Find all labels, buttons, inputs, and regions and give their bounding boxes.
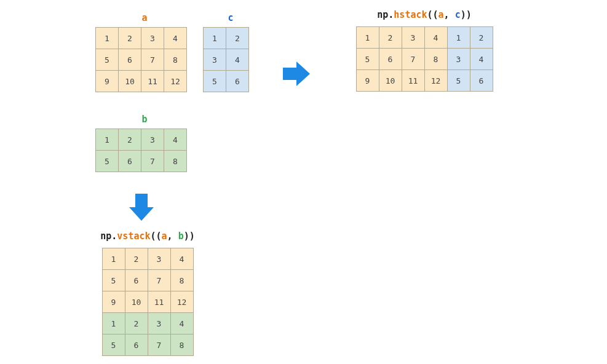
matrix-cell: 7 <box>141 151 164 172</box>
matrix-cell: 10 <box>119 71 141 92</box>
matrix-cell: 1 <box>102 248 125 270</box>
matrix-cell: 10 <box>379 70 402 92</box>
matrix-cell: 6 <box>119 151 141 172</box>
matrix-cell: 12 <box>170 291 193 313</box>
array-c-label: c <box>203 12 258 23</box>
matrix-cell: 10 <box>125 291 148 313</box>
matrix-cell: 4 <box>470 49 493 70</box>
hstack-block: np.hstack((a, c)) 123412567834910111256 <box>344 9 504 92</box>
matrix-cell: 2 <box>470 27 493 49</box>
matrix-cell: 5 <box>447 70 470 92</box>
matrix-cell: 5 <box>204 71 226 92</box>
matrix-cell: 3 <box>402 27 424 49</box>
hstack-expression: np.hstack((a, c)) <box>344 9 504 20</box>
matrix-cell: 8 <box>424 49 447 70</box>
array-b-matrix: 12345678 <box>95 129 187 172</box>
matrix-cell: 3 <box>148 313 170 334</box>
matrix-cell: 9 <box>96 71 119 92</box>
matrix-cell: 11 <box>148 291 170 313</box>
matrix-cell: 1 <box>96 28 119 49</box>
matrix-cell: 12 <box>424 70 447 92</box>
matrix-cell: 9 <box>102 291 125 313</box>
matrix-cell: 3 <box>148 248 170 270</box>
matrix-cell: 2 <box>379 27 402 49</box>
vstack-block: np.vstack((a, b)) 1234567891011121234567… <box>68 231 228 356</box>
array-a-label: a <box>95 12 194 23</box>
matrix-cell: 2 <box>119 28 141 49</box>
matrix-cell: 2 <box>226 28 249 49</box>
matrix-cell: 7 <box>402 49 424 70</box>
matrix-cell: 3 <box>141 129 164 151</box>
matrix-cell: 5 <box>356 49 379 70</box>
matrix-cell: 5 <box>96 49 119 71</box>
matrix-cell: 7 <box>148 270 170 291</box>
array-c-block: c 123456 <box>203 12 258 92</box>
matrix-cell: 7 <box>141 49 164 71</box>
matrix-cell: 6 <box>470 70 493 92</box>
matrix-cell: 4 <box>164 129 187 151</box>
array-b-label: b <box>95 114 194 125</box>
array-c-matrix: 123456 <box>203 27 249 92</box>
matrix-cell: 6 <box>125 270 148 291</box>
vstack-result-matrix: 12345678910111212345678 <box>102 248 194 356</box>
matrix-cell: 4 <box>424 27 447 49</box>
matrix-cell: 4 <box>170 313 193 334</box>
matrix-cell: 2 <box>119 129 141 151</box>
array-a-block: a 123456789101112 <box>95 12 194 92</box>
matrix-cell: 6 <box>379 49 402 70</box>
matrix-cell: 5 <box>102 334 125 356</box>
matrix-cell: 9 <box>356 70 379 92</box>
vstack-expression: np.vstack((a, b)) <box>68 231 228 242</box>
matrix-cell: 4 <box>226 49 249 71</box>
hstack-result-matrix: 123412567834910111256 <box>356 26 493 92</box>
matrix-cell: 8 <box>170 270 193 291</box>
matrix-cell: 1 <box>96 129 119 151</box>
matrix-cell: 6 <box>226 71 249 92</box>
matrix-cell: 8 <box>164 151 187 172</box>
matrix-cell: 2 <box>125 313 148 334</box>
matrix-cell: 2 <box>125 248 148 270</box>
matrix-cell: 5 <box>96 151 119 172</box>
matrix-cell: 11 <box>141 71 164 92</box>
matrix-cell: 1 <box>356 27 379 49</box>
matrix-cell: 4 <box>170 248 193 270</box>
matrix-cell: 1 <box>102 313 125 334</box>
matrix-cell: 3 <box>447 49 470 70</box>
matrix-cell: 6 <box>125 334 148 356</box>
matrix-cell: 8 <box>170 334 193 356</box>
matrix-cell: 1 <box>447 27 470 49</box>
matrix-cell: 3 <box>204 49 226 71</box>
matrix-cell: 12 <box>164 71 187 92</box>
matrix-cell: 1 <box>204 28 226 49</box>
matrix-cell: 7 <box>148 334 170 356</box>
matrix-cell: 4 <box>164 28 187 49</box>
matrix-cell: 5 <box>102 270 125 291</box>
matrix-cell: 11 <box>402 70 424 92</box>
matrix-cell: 8 <box>164 49 187 71</box>
array-a-matrix: 123456789101112 <box>95 27 187 92</box>
array-b-block: b 12345678 <box>95 114 194 172</box>
matrix-cell: 3 <box>141 28 164 49</box>
matrix-cell: 6 <box>119 49 141 71</box>
